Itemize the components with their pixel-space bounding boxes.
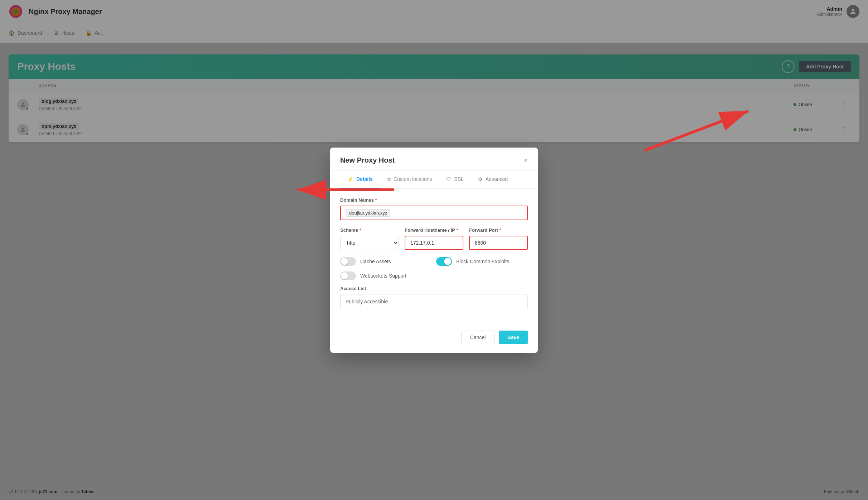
websockets-knob: [341, 272, 348, 279]
modal-close-button[interactable]: ×: [524, 157, 528, 164]
save-button[interactable]: Save: [499, 331, 528, 344]
scheme-label: Scheme *: [340, 227, 399, 233]
tab-custom-locations[interactable]: ⧉ Custom locations: [380, 170, 439, 189]
forward-hostname-group: Forward Hostname / IP *: [405, 227, 463, 250]
details-icon: ⚡: [347, 176, 353, 182]
tab-custom-locations-label: Custom locations: [394, 176, 432, 182]
block-exploits-label: Block Common Exploits: [456, 259, 509, 264]
modal-overlay: New Proxy Host × ⚡ Details ⧉ Custom loca…: [0, 0, 868, 500]
layers-icon: ⧉: [387, 176, 391, 182]
websockets-toggle[interactable]: [340, 271, 356, 280]
cache-assets-knob: [341, 258, 348, 265]
forward-port-label: Forward Port *: [469, 227, 528, 233]
domain-input-wrapper[interactable]: doujiao.ydxian.xyz: [340, 206, 528, 220]
access-list-group: Access List Publicly Accessible: [340, 286, 528, 309]
toggles-row-1: Cache Assets Block Common Exploits: [340, 257, 528, 266]
cache-assets-toggle[interactable]: [340, 257, 356, 266]
modal-body: Domain Names * doujiao.ydxian.xyz Scheme…: [330, 189, 538, 325]
domain-tag-value: doujiao.ydxian.xyz: [349, 210, 387, 216]
websockets-toggle-item: Websockets Support: [340, 271, 432, 280]
required-asterisk: *: [456, 227, 458, 233]
new-proxy-host-modal: New Proxy Host × ⚡ Details ⧉ Custom loca…: [330, 148, 538, 353]
scheme-select[interactable]: http https: [340, 236, 399, 250]
block-exploits-toggle-item: Block Common Exploits: [436, 257, 528, 266]
required-asterisk: *: [375, 197, 377, 203]
required-asterisk: *: [500, 227, 501, 233]
domain-tag: doujiao.ydxian.xyz: [346, 209, 390, 217]
cache-assets-toggle-item: Cache Assets: [340, 257, 432, 266]
required-asterisk: *: [359, 227, 361, 233]
forward-port-input[interactable]: [469, 236, 528, 250]
access-list-label: Access List: [340, 286, 528, 291]
toggles-row-2: Websockets Support: [340, 271, 528, 280]
modal-footer: Cancel Save: [330, 325, 538, 353]
gear-icon: ⚙: [478, 176, 483, 182]
scheme-group: Scheme * http https: [340, 227, 399, 250]
tab-ssl[interactable]: 🛡 SSL: [439, 170, 471, 189]
access-list-select[interactable]: Publicly Accessible: [340, 294, 528, 309]
tab-ssl-label: SSL: [454, 176, 463, 182]
modal-title: New Proxy Host: [340, 156, 395, 164]
tab-details-label: Details: [356, 176, 373, 182]
tab-advanced-label: Advanced: [486, 176, 508, 182]
forward-hostname-input[interactable]: [405, 236, 463, 250]
forward-hostname-label: Forward Hostname / IP *: [405, 227, 463, 233]
tab-advanced[interactable]: ⚙ Advanced: [471, 170, 515, 189]
domain-names-group: Domain Names * doujiao.ydxian.xyz: [340, 197, 528, 220]
modal-tabs: ⚡ Details ⧉ Custom locations 🛡 SSL ⚙ Adv…: [330, 170, 538, 189]
cache-assets-label: Cache Assets: [360, 259, 391, 264]
domain-names-label: Domain Names *: [340, 197, 528, 203]
modal-header: New Proxy Host ×: [330, 148, 538, 170]
tab-details[interactable]: ⚡ Details: [340, 170, 380, 189]
cancel-button[interactable]: Cancel: [461, 331, 495, 344]
block-exploits-toggle[interactable]: [436, 257, 452, 266]
scheme-row: Scheme * http https Forward Hostname / I…: [340, 227, 528, 257]
block-exploits-knob: [444, 258, 451, 265]
shield-icon: 🛡: [446, 176, 451, 182]
forward-port-group: Forward Port *: [469, 227, 528, 250]
websockets-label: Websockets Support: [360, 273, 406, 279]
